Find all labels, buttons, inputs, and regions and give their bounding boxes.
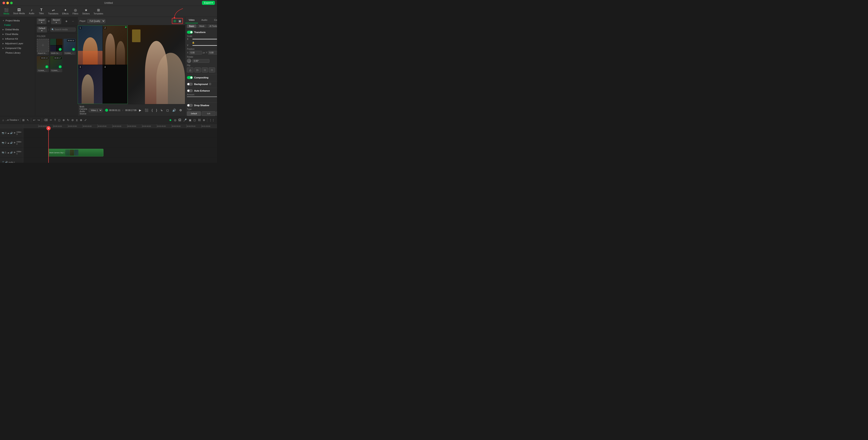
sidebar-item-compound-clip[interactable]: ▶ Compound Clip	[0, 46, 35, 51]
toolbar-stock-media[interactable]: 🖼 Stock Media	[11, 7, 27, 15]
eye-icon[interactable]: 👁	[13, 151, 16, 154]
media-item-import[interactable]: + Import Media	[37, 39, 49, 55]
box-tl-button[interactable]: ◻	[193, 118, 196, 122]
timeline-content[interactable]: 00:00:05:00 00:00:10:00 00:00:15:00 00:0…	[23, 124, 217, 163]
preview-cell-2[interactable]: 2	[103, 26, 127, 65]
timeline-grid-button[interactable]: ⊞	[22, 118, 25, 122]
record-tl-button[interactable]: ⏺	[168, 118, 173, 122]
toolbar-media[interactable]: ⬛ Media	[2, 7, 11, 16]
transform-toggle[interactable]	[187, 31, 193, 34]
snapshot-button[interactable]: ◻	[165, 108, 170, 112]
sidebar-item-project-media[interactable]: ▼ Project Media	[0, 18, 35, 23]
tab-video[interactable]: Video	[185, 17, 198, 23]
speed-button[interactable]: ⧖	[75, 118, 79, 123]
minimize-button[interactable]	[6, 2, 9, 4]
audio-btn[interactable]: 🔊	[172, 108, 177, 112]
lock-icon[interactable]: 🔒	[192, 41, 194, 44]
playhead[interactable]: ✕	[48, 128, 49, 163]
settings-btn[interactable]: ⚙	[179, 108, 183, 112]
pos-x-input[interactable]	[189, 51, 202, 55]
sidebar-item-cloud-media[interactable]: ▶ Cloud Media	[0, 32, 35, 36]
media-item-clip3[interactable]: 00:00:13 ✓ 722868_Recording P...	[37, 56, 49, 72]
timeline-home-button[interactable]: ⌂	[2, 118, 5, 122]
mic-button[interactable]: 🎤	[183, 118, 187, 122]
amount-slider[interactable]	[187, 96, 217, 97]
sidebar-item-influence-kit[interactable]: ▶ Influence Kit	[0, 36, 35, 41]
subtab-mask[interactable]: Mask	[197, 24, 207, 28]
stop-button[interactable]: ⬛	[144, 108, 149, 112]
filter-button[interactable]: ⚙	[64, 20, 69, 23]
toolbar-audio[interactable]: ♪ Audio	[27, 7, 36, 15]
tab-color[interactable]: Color	[211, 17, 217, 23]
background-toggle[interactable]	[187, 83, 193, 86]
compositing-toggle[interactable]	[187, 76, 193, 79]
cam-button[interactable]: ◎	[173, 118, 177, 122]
single-view-button[interactable]: ▣	[178, 19, 182, 23]
auto-enhance-toggle[interactable]	[187, 89, 193, 92]
toolbar-transitions[interactable]: ⇌ Transitions	[46, 7, 60, 16]
text-button[interactable]: T	[54, 118, 57, 122]
default-sort-button[interactable]: Default ▾	[37, 27, 47, 32]
fullscreen-button[interactable]	[10, 2, 13, 4]
toolbar-templates[interactable]: ⊞ Templates	[92, 7, 105, 16]
clip-button[interactable]: ↳	[160, 108, 164, 112]
sidebar-item-photos-library[interactable]: Photos Library	[0, 51, 35, 55]
play-button[interactable]: ▶	[138, 108, 142, 112]
sidebar-item-adjustment-layer[interactable]: ▶ Adjustment Layer	[0, 41, 35, 46]
media-item-clip2[interactable]: 00:00:10 ✓ 722866_Recording P...	[64, 39, 76, 55]
media-item-clip1[interactable]: ✓ Multi-Camera Clip 1	[50, 39, 62, 55]
add-button[interactable]: ⊕	[79, 118, 83, 122]
undo-button[interactable]: ↩	[32, 118, 36, 122]
shadow-default-button[interactable]: Default	[187, 111, 201, 116]
delete-button[interactable]: ⌫	[43, 118, 48, 122]
toolbar-stickers[interactable]: ★ Stickers	[81, 7, 92, 16]
crop-button[interactable]: ⊕	[62, 118, 65, 122]
quality-select[interactable]: Full Quality	[87, 19, 105, 23]
timeline-pointer-button[interactable]: ↖	[26, 118, 30, 122]
toolbar-filters[interactable]: ◎ Filters	[71, 7, 80, 16]
mark-out-button[interactable]: }	[155, 108, 158, 112]
rotate-input[interactable]	[192, 59, 209, 63]
tab-audio[interactable]: Audio	[198, 17, 211, 23]
expand-button[interactable]: ⤢	[84, 118, 87, 122]
mirror-button[interactable]: ⊘	[71, 118, 74, 122]
sidebar-item-global-media[interactable]: ▶ Global Media	[0, 27, 35, 32]
chain-button[interactable]: ⛓	[197, 118, 201, 122]
flip-h-button[interactable]: □	[202, 67, 208, 72]
subtab-basic[interactable]: Basic	[187, 24, 196, 28]
import-button[interactable]: Import ▾	[37, 18, 46, 24]
rotate-tl-button[interactable]: ↻	[66, 118, 70, 122]
flip-vertical-button[interactable]: ▷	[194, 67, 201, 72]
scale-x-slider[interactable]	[192, 39, 217, 39]
grid-tl-button[interactable]: ▣	[188, 118, 192, 122]
media-item-clip4[interactable]: 00:00:17 ✓ 722869_Recording P...	[50, 56, 62, 72]
mark-in-button[interactable]: {	[151, 108, 154, 112]
toolbar-effects[interactable]: ✦ Effects	[61, 7, 70, 16]
eye-icon[interactable]: 👁	[13, 142, 16, 144]
snap-button[interactable]: ⛾	[178, 118, 182, 122]
preview-cell-4[interactable]: 4	[103, 65, 127, 104]
flip-v-button[interactable]: □	[209, 67, 215, 72]
zoom-add-button[interactable]: ⊕	[202, 118, 206, 122]
export-button[interactable]: Export ▾	[202, 1, 215, 5]
grid-view-toggle[interactable]: ⊞ ▣	[172, 18, 183, 24]
sidebar-folder-label[interactable]: Folder	[0, 23, 35, 27]
drop-shadow-toggle[interactable]	[187, 104, 193, 107]
record-button[interactable]: Record ▾	[51, 18, 61, 24]
toolbar-titles[interactable]: T Titles	[37, 7, 46, 15]
pos-y-input[interactable]	[208, 51, 217, 55]
multicam-grid-button[interactable]: ⊞	[173, 19, 177, 23]
cut-button[interactable]: ✂	[49, 118, 53, 122]
preview-cell-3[interactable]: 3	[78, 65, 102, 104]
eye-icon[interactable]: 👁	[13, 132, 16, 134]
rect-button[interactable]: ◻	[57, 118, 61, 122]
audio-source-select[interactable]: Video 1	[89, 108, 102, 112]
shadow-tiled-button[interactable]: Tiled	[216, 111, 217, 116]
redo-button[interactable]: ↪	[37, 118, 40, 122]
video-clip[interactable]: Multi-Camera Clip 1	[48, 149, 103, 156]
subtab-ai-tools[interactable]: AI Tools	[208, 24, 217, 28]
scale-y-slider[interactable]	[192, 45, 217, 46]
shadow-soft-button[interactable]: Soft	[202, 111, 216, 116]
more-button[interactable]: ···	[70, 20, 75, 23]
flip-horizontal-button[interactable]: △	[187, 67, 193, 72]
